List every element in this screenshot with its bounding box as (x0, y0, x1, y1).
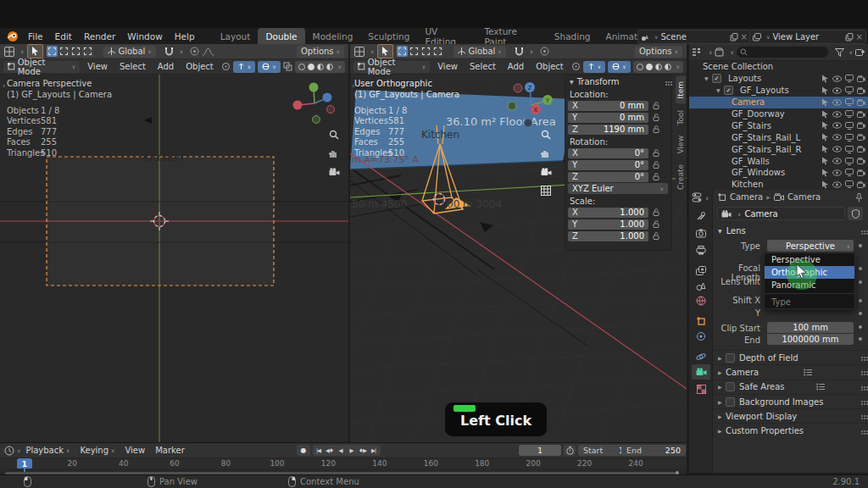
current-frame-field[interactable]: 1 (519, 445, 561, 456)
workspace-tab[interactable]: Texture Paint (476, 28, 546, 44)
hide-eye-icon[interactable] (832, 134, 842, 141)
shading-rendered-icon[interactable] (665, 64, 671, 70)
new-view-layer-icon[interactable] (845, 33, 854, 42)
render-disable-icon[interactable] (857, 169, 865, 176)
value-field[interactable]: Z1.000 (568, 231, 648, 241)
close-view-layer-icon[interactable]: × (856, 32, 863, 42)
filter-collection-icon[interactable] (715, 47, 725, 57)
tab-world[interactable] (692, 293, 710, 308)
unlock-icon[interactable] (653, 161, 659, 169)
outliner-row[interactable]: ▼ Camera (689, 97, 868, 108)
expander-icon[interactable]: ▼ (704, 75, 712, 81)
unlock-icon[interactable] (653, 125, 659, 133)
panel-grip[interactable] (861, 371, 863, 373)
panel-grip[interactable] (861, 230, 863, 232)
selectable-icon[interactable] (821, 75, 829, 83)
sidebar-tab[interactable]: Create (676, 159, 686, 195)
shading-solid-icon[interactable] (308, 64, 314, 70)
snap-magnet-icon[interactable] (515, 47, 524, 56)
record-button[interactable]: ● (297, 445, 310, 456)
zoom-icon[interactable] (326, 127, 342, 142)
mode-dropdown[interactable]: Object Mode∨ (3, 61, 80, 73)
workspace-tab[interactable]: Shading (547, 28, 598, 44)
shading-material-icon[interactable] (655, 64, 662, 70)
render-disable-icon[interactable] (857, 111, 865, 118)
active-tool-button[interactable] (27, 44, 43, 58)
playback-button[interactable]: ▶ (346, 447, 357, 454)
hide-eye-icon[interactable] (832, 122, 842, 129)
expander-icon[interactable]: ▼ (716, 87, 724, 93)
outliner-row[interactable]: ▼ GF_Doorway (689, 108, 868, 120)
select-mode-circle[interactable] (420, 46, 431, 57)
viewport-menu-item[interactable]: View (431, 62, 464, 71)
collection-checkbox[interactable] (724, 86, 733, 95)
animate-dot[interactable] (859, 267, 862, 270)
transform-orientation-dropdown[interactable]: Global∨ (453, 46, 505, 58)
panel-grip[interactable] (861, 357, 863, 358)
workspace-tab[interactable]: Layout (213, 28, 259, 44)
pan-hand-icon[interactable] (326, 146, 341, 161)
sidebar-tab[interactable]: Item (676, 76, 686, 104)
topbar-menu-item[interactable]: Edit (49, 31, 78, 42)
value-field[interactable]: Z1190 mm (568, 125, 648, 135)
snap-magnet-icon[interactable] (164, 47, 174, 56)
selectable-icon[interactable] (821, 133, 829, 141)
unlock-icon[interactable] (653, 208, 659, 216)
selectable-icon[interactable] (821, 145, 829, 153)
viewport-menu-item[interactable]: Select (464, 62, 502, 71)
lens-panel-header[interactable]: ▼ Lens (713, 225, 868, 237)
outliner-row[interactable]: ▼ GF_Windows (689, 167, 868, 179)
viewport-disable-icon[interactable] (845, 180, 854, 188)
breadcrumb-object[interactable]: Camera (730, 192, 763, 202)
shading-rendered-icon[interactable] (326, 64, 333, 70)
viewport-disable-icon[interactable] (845, 122, 854, 130)
shading-wireframe-icon[interactable] (298, 64, 305, 70)
view-layer-selector[interactable]: ∨ View Layer × (749, 30, 866, 44)
workspace-tab[interactable]: Sculpting (360, 28, 417, 44)
select-mode-lasso[interactable] (432, 46, 443, 57)
collapsed-panel-header[interactable]: ▶ Background Images (713, 394, 868, 408)
animate-dot[interactable] (859, 337, 862, 341)
panel-grip[interactable] (861, 415, 863, 417)
ortho-grid-icon[interactable] (538, 183, 554, 198)
sidebar-tab[interactable]: View (676, 130, 686, 158)
workspace-tab[interactable]: Double (258, 28, 304, 44)
playback-button[interactable]: ♦▶ (357, 447, 368, 454)
tab-output[interactable] (692, 242, 710, 258)
topbar-menu-item[interactable]: Render (78, 31, 121, 42)
navigation-gizmo[interactable] (288, 79, 341, 131)
animate-dot[interactable] (859, 312, 862, 315)
topbar-menu-item[interactable]: File (22, 31, 49, 42)
workspace-tab[interactable]: UV Editing (417, 28, 476, 44)
tab-constraints[interactable] (692, 329, 710, 344)
viewport-menu-item[interactable]: Object (180, 62, 220, 71)
animate-dot[interactable] (859, 325, 862, 329)
shading-material-icon[interactable] (317, 64, 324, 70)
unlock-icon[interactable] (653, 173, 659, 180)
viewport-menu-item[interactable]: View (81, 62, 114, 71)
select-mode-box[interactable] (58, 46, 70, 57)
outliner-search-input[interactable] (737, 47, 828, 58)
unlock-icon[interactable] (653, 220, 659, 228)
rotation-mode-dropdown[interactable]: XYZ Euler∨ (568, 183, 668, 194)
falloff-curve-icon[interactable] (203, 47, 214, 56)
fake-user-button[interactable] (848, 207, 863, 220)
transform-panel-header[interactable]: ▼ Transform (565, 75, 671, 88)
panel-grip[interactable] (861, 386, 863, 388)
datablock-field[interactable]: ∨ Camera (717, 207, 845, 220)
frame-end-field[interactable]: End250 (621, 445, 686, 456)
breadcrumb-data[interactable]: Camera (787, 192, 821, 202)
panel-grip[interactable] (665, 81, 667, 83)
gizmos-toggle[interactable]: ∨ (233, 61, 255, 73)
animate-dot[interactable] (859, 299, 862, 302)
hide-eye-icon[interactable] (832, 111, 842, 118)
value-field[interactable]: X0° (568, 148, 648, 158)
viewport-menu-item[interactable]: Add (502, 62, 530, 71)
outliner-row[interactable]: ▼ Layouts (689, 73, 868, 85)
scene-selector[interactable]: ∨ Scene × (637, 30, 751, 44)
hide-eye-icon[interactable] (832, 146, 842, 152)
workspace-tab[interactable]: Modeling (305, 28, 361, 44)
tab-object-data[interactable] (692, 364, 710, 380)
sidebar-tab[interactable]: Tool (676, 105, 686, 130)
camera-view-icon[interactable] (538, 164, 554, 180)
